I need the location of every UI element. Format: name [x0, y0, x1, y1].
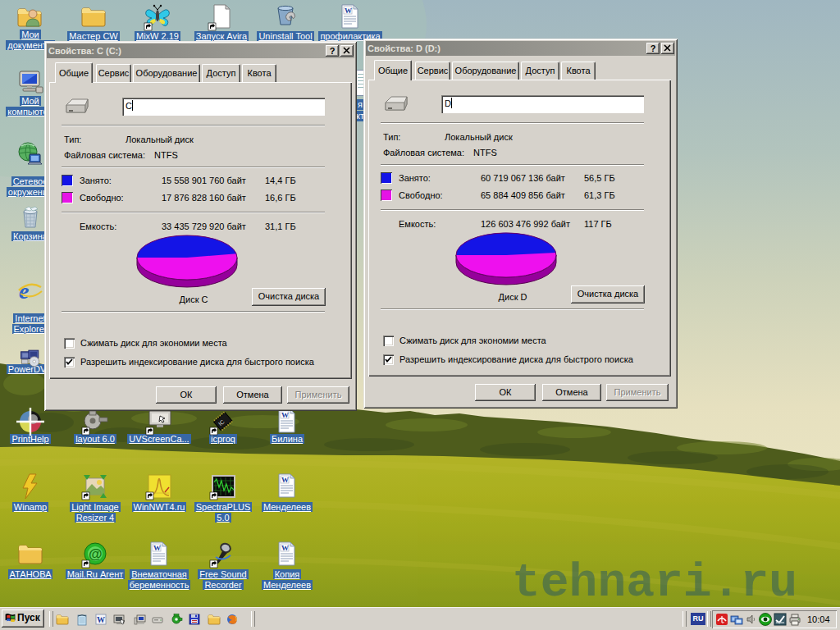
svg-text:tehnari.ru: tehnari.ru [512, 556, 797, 609]
svg-text:W: W [345, 7, 352, 15]
svg-text:W: W [153, 544, 161, 552]
svg-text:W: W [281, 411, 289, 419]
svg-text:W: W [97, 615, 105, 624]
svg-text:@: @ [89, 546, 103, 562]
svg-text:e: e [19, 278, 29, 304]
svg-text:W: W [281, 544, 289, 552]
svg-text:W: W [281, 476, 289, 484]
